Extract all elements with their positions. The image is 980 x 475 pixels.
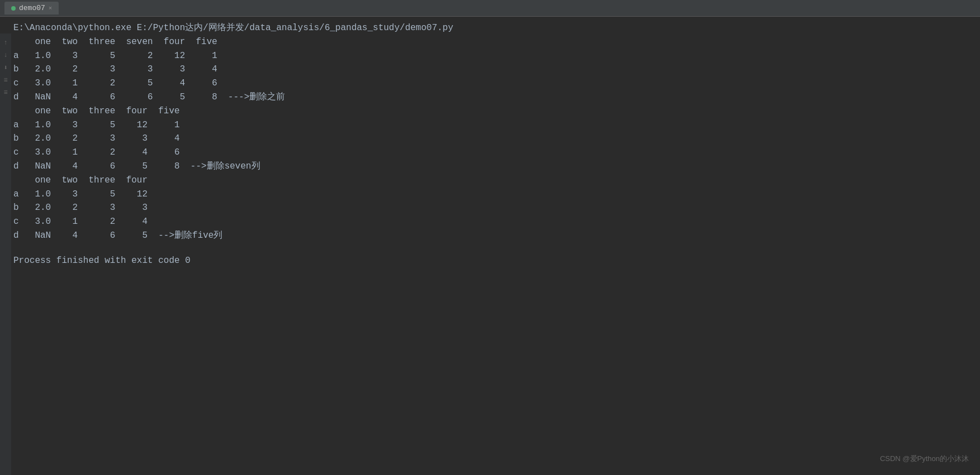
tab-indicator (11, 6, 16, 11)
watermark: CSDN @爱Python的小沐沐 (880, 454, 969, 464)
tab-demo07[interactable]: demo07 × (4, 2, 59, 15)
command-line: E:\Anaconda\python.exe E:/Python达内/网络并发/… (13, 21, 980, 35)
tab-close-button[interactable]: × (49, 5, 53, 12)
title-bar: demo07 × (0, 0, 980, 17)
process-line: Process finished with exit code 0 (13, 254, 980, 268)
table2-output: one two three four five a 1.0 3 5 12 1 b… (13, 104, 980, 174)
tab-label: demo07 (19, 4, 45, 12)
main-content: E:\Anaconda\python.exe E:/Python达内/网络并发/… (0, 17, 980, 475)
table3-output: one two three four a 1.0 3 5 12 b 2.0 2 … (13, 174, 980, 243)
table1-output: one two three seven four five a 1.0 3 5 … (13, 35, 980, 104)
